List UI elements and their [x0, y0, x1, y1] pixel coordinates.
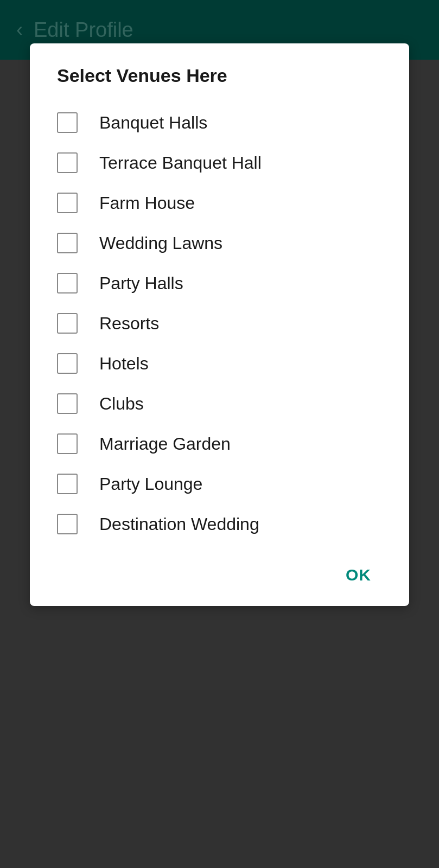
venue-label-banquet-halls: Banquet Halls [99, 113, 207, 133]
ok-button[interactable]: OK [335, 560, 382, 590]
venue-item-party-halls[interactable]: Party Halls [57, 263, 382, 303]
venue-item-hotels[interactable]: Hotels [57, 343, 382, 384]
venue-selection-dialog: Select Venues Here Banquet HallsTerrace … [30, 43, 409, 606]
checkbox-wedding-lawns[interactable] [57, 233, 78, 253]
venue-item-clubs[interactable]: Clubs [57, 384, 382, 424]
checkbox-terrace-banquet-hall[interactable] [57, 152, 78, 173]
venue-label-marriage-garden: Marriage Garden [99, 434, 231, 454]
venue-item-resorts[interactable]: Resorts [57, 303, 382, 343]
venue-list: Banquet HallsTerrace Banquet HallFarm Ho… [57, 103, 382, 544]
venue-item-terrace-banquet-hall[interactable]: Terrace Banquet Hall [57, 143, 382, 183]
checkbox-marriage-garden[interactable] [57, 433, 78, 454]
venue-item-party-lounge[interactable]: Party Lounge [57, 464, 382, 504]
venue-label-wedding-lawns: Wedding Lawns [99, 233, 222, 253]
checkbox-resorts[interactable] [57, 313, 78, 334]
checkbox-farm-house[interactable] [57, 193, 78, 213]
venue-item-farm-house[interactable]: Farm House [57, 183, 382, 223]
venue-label-hotels: Hotels [99, 354, 149, 374]
venue-item-destination-wedding[interactable]: Destination Wedding [57, 504, 382, 544]
venue-item-marriage-garden[interactable]: Marriage Garden [57, 424, 382, 464]
venue-label-farm-house: Farm House [99, 193, 195, 213]
checkbox-party-lounge[interactable] [57, 474, 78, 494]
checkbox-destination-wedding[interactable] [57, 514, 78, 534]
checkbox-clubs[interactable] [57, 393, 78, 414]
checkbox-party-halls[interactable] [57, 273, 78, 293]
checkbox-banquet-halls[interactable] [57, 112, 78, 133]
venue-label-party-halls: Party Halls [99, 273, 183, 293]
venue-label-terrace-banquet-hall: Terrace Banquet Hall [99, 153, 262, 173]
venue-item-banquet-halls[interactable]: Banquet Halls [57, 103, 382, 143]
dialog-title: Select Venues Here [57, 65, 382, 86]
venue-label-clubs: Clubs [99, 394, 144, 414]
checkbox-hotels[interactable] [57, 353, 78, 374]
venue-label-party-lounge: Party Lounge [99, 474, 202, 494]
dialog-footer: OK [57, 555, 382, 590]
venue-item-wedding-lawns[interactable]: Wedding Lawns [57, 223, 382, 263]
venue-label-destination-wedding: Destination Wedding [99, 514, 259, 534]
venue-label-resorts: Resorts [99, 314, 159, 334]
